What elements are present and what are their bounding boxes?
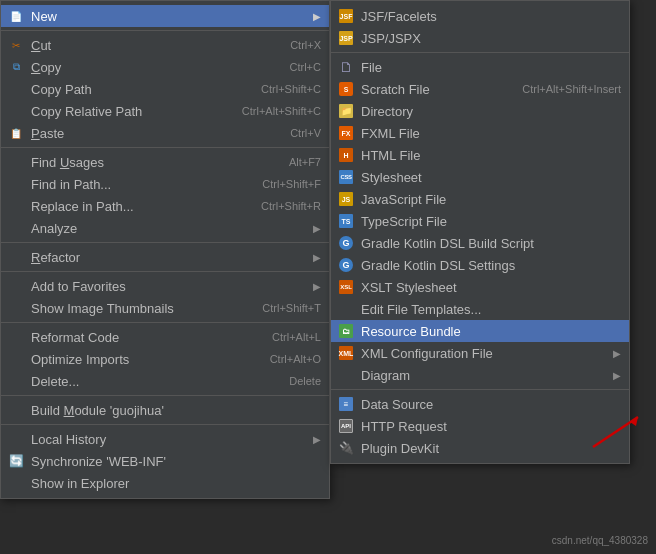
- menu-item-jspjspx[interactable]: JSP JSP/JSPX: [331, 27, 629, 49]
- menu-item-jsffacelets[interactable]: JSF JSF/Facelets: [331, 5, 629, 27]
- menu-item-copy-path[interactable]: Copy Path Ctrl+Shift+C: [1, 78, 329, 100]
- paste-shortcut: Ctrl+V: [290, 127, 321, 139]
- menu-item-copy-rel-path[interactable]: Copy Relative Path Ctrl+Alt+Shift+C: [1, 100, 329, 122]
- jspjspx-icon: JSP: [337, 30, 355, 46]
- explorer-icon: [7, 475, 25, 491]
- menu-item-show-thumbnails[interactable]: Show Image Thumbnails Ctrl+Shift+T: [1, 297, 329, 319]
- xslt-icon: XSL: [337, 279, 355, 295]
- build-module-label: Build Module 'guojihua': [31, 403, 321, 418]
- menu-item-analyze[interactable]: Analyze ▶: [1, 217, 329, 239]
- diagram-label: Diagram: [361, 368, 605, 383]
- analyze-icon: [7, 220, 25, 236]
- menu-item-stylesheet[interactable]: CSS Stylesheet: [331, 166, 629, 188]
- analyze-arrow: ▶: [313, 223, 321, 234]
- menu-item-xslt[interactable]: XSL XSLT Stylesheet: [331, 276, 629, 298]
- context-menu-container: 📄 New ▶ ✂ Cut Ctrl+X ⧉ Copy Ctrl+C Copy …: [0, 0, 330, 499]
- menu-item-gradle-build[interactable]: G Gradle Kotlin DSL Build Script: [331, 232, 629, 254]
- copy-rel-path-shortcut: Ctrl+Alt+Shift+C: [242, 105, 321, 117]
- separator-6: [1, 395, 329, 396]
- menu-item-scratch-file[interactable]: S Scratch File Ctrl+Alt+Shift+Insert: [331, 78, 629, 100]
- menu-item-copy[interactable]: ⧉ Copy Ctrl+C: [1, 56, 329, 78]
- reformat-icon: [7, 329, 25, 345]
- copy-path-shortcut: Ctrl+Shift+C: [261, 83, 321, 95]
- menu-item-reformat[interactable]: Reformat Code Ctrl+Alt+L: [1, 326, 329, 348]
- menu-item-show-explorer[interactable]: Show in Explorer: [1, 472, 329, 494]
- watermark: csdn.net/qq_4380328: [552, 535, 648, 546]
- separator-3: [1, 242, 329, 243]
- menu-item-html[interactable]: H HTML File: [331, 144, 629, 166]
- show-explorer-label: Show in Explorer: [31, 476, 321, 491]
- menu-item-local-history[interactable]: Local History ▶: [1, 428, 329, 450]
- menu-item-typescript[interactable]: TS TypeScript File: [331, 210, 629, 232]
- diagram-icon: [337, 367, 355, 383]
- typescript-icon: TS: [337, 213, 355, 229]
- menu-item-build-module[interactable]: Build Module 'guojihua': [1, 399, 329, 421]
- menu-item-replace-in-path[interactable]: Replace in Path... Ctrl+Shift+R: [1, 195, 329, 217]
- find-in-path-shortcut: Ctrl+Shift+F: [262, 178, 321, 190]
- separator-4: [1, 271, 329, 272]
- cut-shortcut: Ctrl+X: [290, 39, 321, 51]
- find-usages-shortcut: Alt+F7: [289, 156, 321, 168]
- file-label: File: [361, 60, 621, 75]
- menu-item-delete[interactable]: Delete... Delete: [1, 370, 329, 392]
- jspjspx-label: JSP/JSPX: [361, 31, 621, 46]
- delete-label: Delete...: [31, 374, 269, 389]
- scissors-icon: ✂: [7, 37, 25, 53]
- menu-item-optimize-imports[interactable]: Optimize Imports Ctrl+Alt+O: [1, 348, 329, 370]
- optimize-icon: [7, 351, 25, 367]
- separator-1: [1, 30, 329, 31]
- edit-templates-label: Edit File Templates...: [361, 302, 621, 317]
- separator-5: [1, 322, 329, 323]
- stylesheet-icon: CSS: [337, 169, 355, 185]
- menu-item-new[interactable]: 📄 New ▶: [1, 5, 329, 27]
- menu-item-datasource[interactable]: ≡ Data Source: [331, 393, 629, 415]
- menu-item-paste[interactable]: 📋 Paste Ctrl+V: [1, 122, 329, 144]
- menu-item-xml-config[interactable]: XML XML Configuration File ▶: [331, 342, 629, 364]
- show-thumbnails-label: Show Image Thumbnails: [31, 301, 242, 316]
- menu-item-refactor[interactable]: Refactor ▶: [1, 246, 329, 268]
- find-usages-icon: [7, 154, 25, 170]
- menu-item-add-favorites[interactable]: Add to Favorites ▶: [1, 275, 329, 297]
- menu-item-gradle-settings[interactable]: G Gradle Kotlin DSL Settings: [331, 254, 629, 276]
- replace-in-path-icon: [7, 198, 25, 214]
- scratch-file-shortcut: Ctrl+Alt+Shift+Insert: [522, 83, 621, 95]
- jsffacelets-label: JSF/Facelets: [361, 9, 621, 24]
- xml-config-icon: XML: [337, 345, 355, 361]
- menu-item-find-usages[interactable]: Find Usages Alt+F7: [1, 151, 329, 173]
- typescript-label: TypeScript File: [361, 214, 621, 229]
- menu-item-plugin-devkit[interactable]: 🔌 Plugin DevKit: [331, 437, 629, 459]
- menu-item-edit-templates[interactable]: Edit File Templates...: [331, 298, 629, 320]
- menu-item-resource-bundle[interactable]: 🗂 Resource Bundle: [331, 320, 629, 342]
- menu-item-fxml[interactable]: FX FXML File: [331, 122, 629, 144]
- fxml-icon: FX: [337, 125, 355, 141]
- optimize-shortcut: Ctrl+Alt+O: [270, 353, 321, 365]
- menu-item-file[interactable]: 🗋 File: [331, 56, 629, 78]
- menu-item-directory[interactable]: 📁 Directory: [331, 100, 629, 122]
- favorites-arrow: ▶: [313, 281, 321, 292]
- separator-2: [1, 147, 329, 148]
- resource-bundle-label: Resource Bundle: [361, 324, 621, 339]
- synchronize-label: Synchronize 'WEB-INF': [31, 454, 321, 469]
- find-in-path-icon: [7, 176, 25, 192]
- menu-item-diagram[interactable]: Diagram ▶: [331, 364, 629, 386]
- xml-config-label: XML Configuration File: [361, 346, 605, 361]
- refactor-icon: [7, 249, 25, 265]
- menu-item-synchronize[interactable]: 🔄 Synchronize 'WEB-INF': [1, 450, 329, 472]
- cut-label: Cut: [31, 38, 270, 53]
- refactor-label: Refactor: [31, 250, 305, 265]
- replace-in-path-shortcut: Ctrl+Shift+R: [261, 200, 321, 212]
- scratch-file-icon: S: [337, 81, 355, 97]
- menu-item-find-in-path[interactable]: Find in Path... Ctrl+Shift+F: [1, 173, 329, 195]
- new-arrow: ▶: [313, 11, 321, 22]
- menu-item-http-request[interactable]: API HTTP Request: [331, 415, 629, 437]
- replace-in-path-label: Replace in Path...: [31, 199, 241, 214]
- sync-icon: 🔄: [7, 453, 25, 469]
- jsffacelets-icon: JSF: [337, 8, 355, 24]
- directory-icon: 📁: [337, 103, 355, 119]
- paste-icon: 📋: [7, 125, 25, 141]
- datasource-icon: ≡: [337, 396, 355, 412]
- gradle-settings-icon: G: [337, 257, 355, 273]
- menu-item-javascript[interactable]: JS JavaScript File: [331, 188, 629, 210]
- separator-7: [1, 424, 329, 425]
- menu-item-cut[interactable]: ✂ Cut Ctrl+X: [1, 34, 329, 56]
